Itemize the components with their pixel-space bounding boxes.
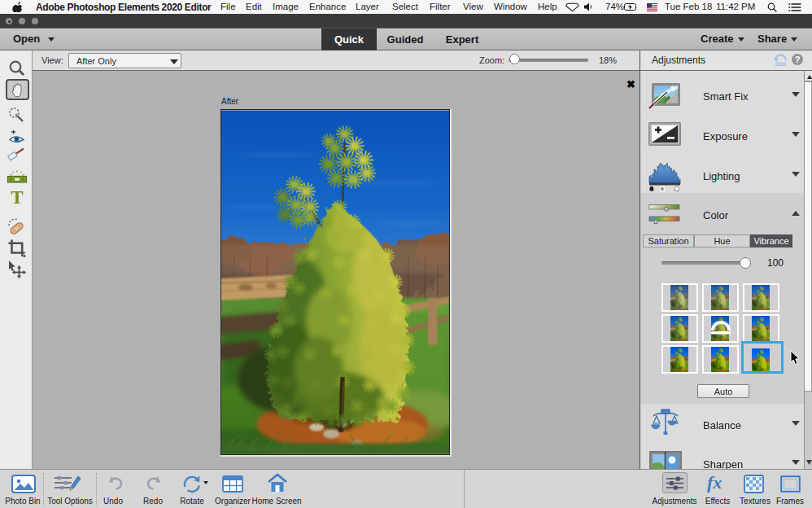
svg-text:T: T bbox=[11, 187, 23, 207]
